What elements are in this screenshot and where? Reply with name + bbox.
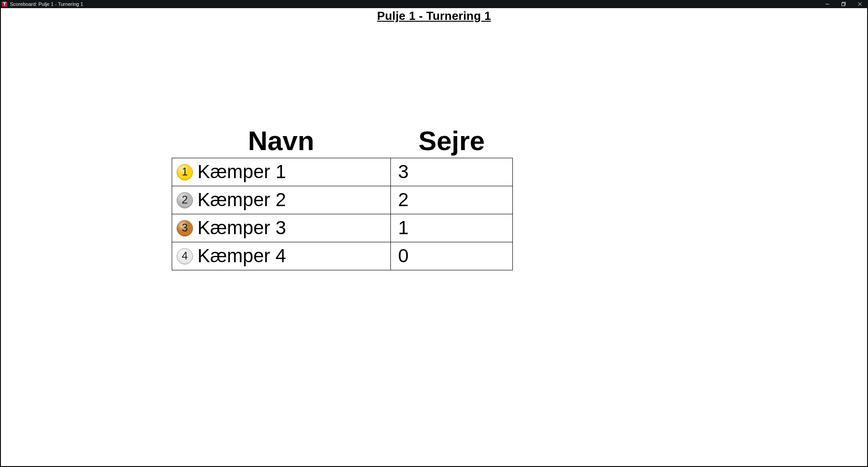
app-icon	[2, 1, 7, 7]
cell-name: 4Kæmper 4	[172, 242, 391, 270]
column-header-wins: Sejre	[390, 127, 513, 158]
table-row: 4Kæmper 40	[172, 242, 512, 270]
svg-rect-2	[842, 3, 845, 6]
table-row: 2Kæmper 22	[172, 186, 512, 214]
fighter-name: Kæmper 4	[197, 245, 286, 266]
rank-medal-icon: 3	[177, 220, 193, 236]
wins-value: 3	[398, 161, 408, 182]
client-area: Pulje 1 - Turnering 1 Navn Sejre 1Kæmper…	[0, 8, 868, 467]
window-minimize-button[interactable]	[819, 0, 835, 8]
column-header-name: Navn	[172, 127, 390, 158]
table-row: 1Kæmper 13	[172, 158, 512, 186]
table-header-row: Navn Sejre	[172, 127, 513, 158]
fighter-name: Kæmper 2	[197, 189, 286, 210]
wins-value: 1	[398, 217, 408, 238]
cell-name: 1Kæmper 1	[172, 158, 391, 186]
page-title: Pulje 1 - Turnering 1	[1, 8, 867, 23]
window-titlebar: Scoreboard: Pulje 1 - Turnering 1	[0, 0, 868, 8]
cell-name: 3Kæmper 3	[172, 214, 391, 242]
window-controls	[819, 0, 868, 8]
window-close-button[interactable]	[852, 0, 868, 8]
rank-medal-icon: 1	[177, 164, 193, 180]
window-maximize-button[interactable]	[835, 0, 852, 8]
rank-number: 3	[182, 222, 188, 234]
wins-value: 2	[398, 189, 408, 210]
cell-name: 2Kæmper 2	[172, 186, 391, 214]
table-body: 1Kæmper 132Kæmper 223Kæmper 314Kæmper 40	[172, 158, 513, 270]
cell-wins: 0	[391, 242, 513, 270]
fighter-name: Kæmper 1	[197, 161, 286, 182]
fighter-name: Kæmper 3	[197, 217, 286, 238]
cell-wins: 1	[391, 214, 513, 242]
rank-medal-icon: 2	[177, 192, 193, 208]
cell-wins: 2	[391, 186, 513, 214]
rank-number: 1	[182, 166, 188, 178]
scoreboard: Navn Sejre 1Kæmper 132Kæmper 223Kæmper 3…	[172, 127, 513, 270]
rank-medal-icon: 4	[177, 248, 193, 264]
rank-number: 4	[182, 250, 188, 262]
window-title: Scoreboard: Pulje 1 - Turnering 1	[10, 1, 83, 7]
cell-wins: 3	[391, 158, 513, 186]
table-row: 3Kæmper 31	[172, 214, 512, 242]
titlebar-left: Scoreboard: Pulje 1 - Turnering 1	[2, 1, 83, 7]
wins-value: 0	[398, 245, 408, 266]
rank-number: 2	[182, 194, 188, 206]
